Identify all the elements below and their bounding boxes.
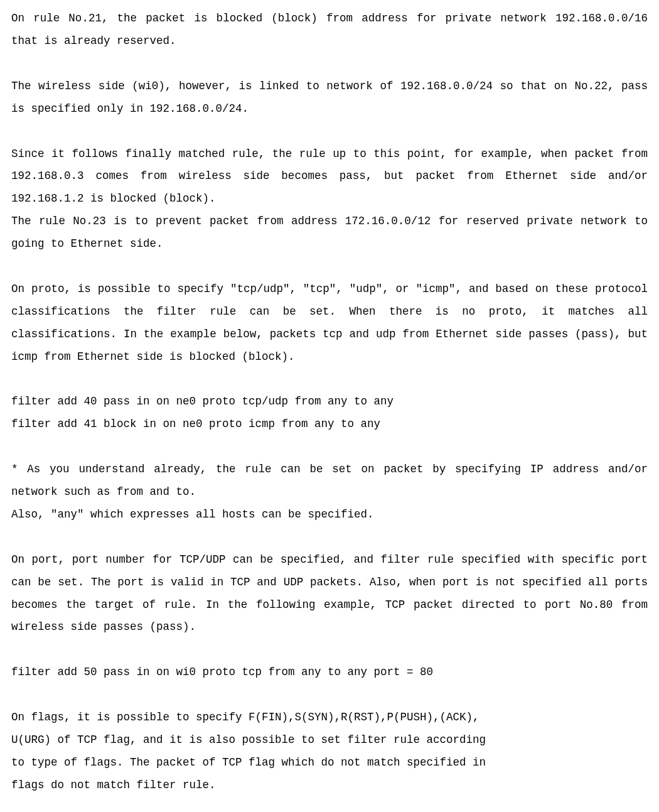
command-filter-40: filter add 40 pass in on ne0 proto tcp/u… [11, 391, 648, 413]
command-filter-41: filter add 41 block in on ne0 proto icmp… [11, 413, 648, 436]
paragraph-proto: On proto, is possible to specify "tcp/ud… [11, 278, 648, 369]
paragraph-flags-line2: U(URG) of TCP flag, and it is also possi… [11, 729, 648, 752]
paragraph-note-from-to: * As you understand already, the rule ca… [11, 458, 648, 504]
command-filter-50: filter add 50 pass in on wi0 proto tcp f… [11, 661, 648, 684]
paragraph-any: Also, "any" which expresses all hosts ca… [11, 504, 648, 526]
paragraph-flags-line4: flags do not match filter rule. [11, 774, 648, 797]
paragraph-rule-21: On rule No.21, the packet is blocked (bl… [11, 8, 648, 53]
paragraph-port: On port, port number for TCP/UDP can be … [11, 549, 648, 639]
paragraph-wireless-side: The wireless side (wi0), however, is lin… [11, 75, 648, 121]
paragraph-matched-rule: Since it follows finally matched rule, t… [11, 143, 648, 211]
paragraph-rule-23: The rule No.23 is to prevent packet from… [11, 210, 648, 256]
paragraph-flags-line1: On flags, it is possible to specify F(FI… [11, 706, 648, 729]
paragraph-flags-line3: to type of flags. The packet of TCP flag… [11, 752, 648, 774]
